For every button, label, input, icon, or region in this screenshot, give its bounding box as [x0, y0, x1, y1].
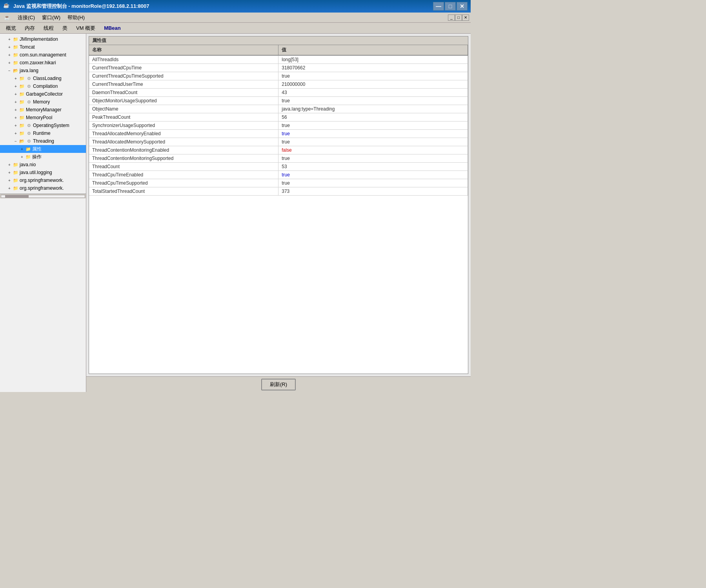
prop-name: ThreadContentionMonitoringEnabled — [89, 146, 278, 154]
table-row[interactable]: ThreadContentionMonitoringEnabledfalse — [89, 146, 468, 154]
table-row[interactable]: CurrentThreadCpuTimeSupportedtrue — [89, 72, 468, 80]
tab-mbean[interactable]: MBean — [100, 24, 125, 33]
expand-orgspring2[interactable]: + — [6, 185, 13, 191]
tree-item-attr[interactable]: + 📁 属性 — [0, 145, 86, 153]
expand-javanio[interactable]: + — [6, 162, 13, 168]
expand-ops[interactable]: + — [19, 154, 25, 160]
table-row[interactable]: AllThreadIdslong[53] — [89, 55, 468, 64]
refresh-button[interactable]: 刷新(R) — [261, 379, 296, 390]
tb-min-btn[interactable]: _ — [448, 15, 455, 21]
tree-item-javautillog[interactable]: + 📁 java.util.logging — [0, 169, 86, 176]
tb-close-btn[interactable]: ✕ — [462, 15, 469, 21]
tree-item-os[interactable]: + 📁 ⚙ OperatingSystem — [0, 122, 86, 129]
tree-scrollbar[interactable] — [0, 194, 86, 198]
tree-item-jmimpl[interactable]: + 📁 JMImplementation — [0, 35, 86, 43]
expand-threading[interactable]: − — [13, 138, 19, 144]
table-row[interactable]: DaemonThreadCount43 — [89, 89, 468, 97]
expand-os[interactable]: + — [13, 122, 19, 129]
tb-max-btn[interactable]: □ — [455, 15, 462, 21]
tree-item-memorypool[interactable]: + 📁 MemoryPool — [0, 114, 86, 122]
menu-window[interactable]: 窗口(W) — [38, 13, 64, 22]
expand-orgspring1[interactable]: + — [6, 177, 13, 183]
tab-memory[interactable]: 内存 — [20, 24, 39, 33]
menu-help[interactable]: 帮助(H) — [64, 13, 88, 22]
tree-item-comzaxxer[interactable]: + 📁 com.zaxxer.hikari — [0, 59, 86, 67]
bottom-bar: 刷新(R) — [86, 376, 471, 392]
tree-item-threading[interactable]: − 📂 ⚙ Threading — [0, 137, 86, 145]
expand-memory[interactable]: + — [13, 99, 19, 105]
expand-attr[interactable]: + — [19, 146, 25, 152]
toolbar-extra-buttons: _ □ ✕ — [448, 15, 469, 21]
tree-label-runtime: Runtime — [33, 131, 51, 136]
tree-item-orgspring2[interactable]: + 📁 org.springframework. — [0, 184, 86, 192]
menu-connect[interactable]: 连接(C) — [14, 13, 38, 22]
tab-overview[interactable]: 概览 — [2, 24, 20, 33]
tree-item-memory[interactable]: + 📁 ⚙ Memory — [0, 98, 86, 106]
close-button[interactable]: ✕ — [457, 2, 468, 11]
table-row[interactable]: ThreadContentionMonitoringSupportedtrue — [89, 154, 468, 163]
folder-icon-javautillog: 📁 — [13, 169, 19, 176]
table-row[interactable]: SynchronizerUsageSupportedtrue — [89, 122, 468, 130]
tab-threads[interactable]: 线程 — [39, 24, 58, 33]
table-row[interactable]: ThreadAllocatedMemoryEnabledtrue — [89, 130, 468, 138]
expand-memorypool[interactable]: + — [13, 114, 19, 121]
expand-compilation[interactable]: + — [13, 83, 19, 89]
tree-item-ops[interactable]: + 📁 操作 — [0, 153, 86, 161]
prop-name: CurrentThreadUserTime — [89, 80, 278, 89]
tree-label-javautillog: java.util.logging — [20, 170, 52, 175]
col-header-value: 值 — [278, 45, 468, 55]
table-row[interactable]: TotalStartedThreadCount373 — [89, 187, 468, 196]
tree-item-tomcat[interactable]: + 📁 Tomcat — [0, 43, 86, 51]
scrollbar-track[interactable] — [1, 195, 85, 198]
tree-item-runtime[interactable]: + 📁 ⚙ Runtime — [0, 129, 86, 137]
window-title: Java 监视和管理控制台 - monitorRole@192.168.2.11… — [13, 3, 433, 10]
tree-item-orgspring1[interactable]: + 📁 org.springframework. — [0, 176, 86, 184]
expand-gc[interactable]: + — [13, 91, 19, 97]
tree-label-memorypool: MemoryPool — [26, 115, 52, 120]
table-row[interactable]: ObjectNamejava.lang:type=Threading — [89, 105, 468, 113]
prop-value: 43 — [278, 89, 468, 97]
tab-vm-summary[interactable]: VM 概要 — [72, 24, 100, 33]
expand-comzaxxer[interactable]: + — [6, 60, 13, 66]
table-row[interactable]: ThreadCpuTimeEnabledtrue — [89, 171, 468, 179]
tree-item-classloading[interactable]: + 📁 ⚙ ClassLoading — [0, 74, 86, 82]
left-panel: + 📁 JMImplementation + 📁 Tomcat + 📁 com.… — [0, 34, 86, 392]
maximize-button[interactable]: □ — [445, 2, 456, 11]
tree-item-javanio[interactable]: + 📁 java.nio — [0, 161, 86, 169]
tree-item-javalang[interactable]: − 📂 java.lang — [0, 67, 86, 74]
expand-comsun[interactable]: + — [6, 52, 13, 58]
mbean-tree: + 📁 JMImplementation + 📁 Tomcat + 📁 com.… — [0, 34, 86, 194]
tab-classes[interactable]: 类 — [58, 24, 72, 33]
tree-label-memory: Memory — [33, 99, 50, 105]
tree-item-comsun[interactable]: + 📁 com.sun.management — [0, 51, 86, 59]
table-row[interactable]: CurrentThreadCpuTime318070662 — [89, 64, 468, 72]
tree-label-orgspring2: org.springframework. — [20, 185, 64, 191]
prop-name: AllThreadIds — [89, 55, 278, 64]
window-controls[interactable]: — □ ✕ — [433, 2, 468, 11]
minimize-button[interactable]: — — [433, 2, 444, 11]
prop-name: ObjectName — [89, 105, 278, 113]
folder-icon-gc: 📁 — [19, 91, 25, 97]
table-row[interactable]: PeakThreadCount56 — [89, 113, 468, 122]
table-row[interactable]: ThreadCpuTimeSupportedtrue — [89, 179, 468, 187]
tree-item-memorymgr[interactable]: + 📁 MemoryManager — [0, 106, 86, 114]
table-row[interactable]: CurrentThreadUserTime210000000 — [89, 80, 468, 89]
expand-javautillog[interactable]: + — [6, 169, 13, 176]
expand-runtime[interactable]: + — [13, 130, 19, 136]
expand-jmimpl[interactable]: + — [6, 36, 13, 42]
tree-label-comsun: com.sun.management — [20, 52, 66, 58]
expand-javalang[interactable]: − — [6, 67, 13, 74]
tree-item-compilation[interactable]: + 📁 ⚙ Compilation — [0, 82, 86, 90]
table-row[interactable]: ThreadAllocatedMemorySupportedtrue — [89, 138, 468, 146]
expand-tomcat[interactable]: + — [6, 44, 13, 50]
prop-name: ThreadCount — [89, 163, 278, 171]
scrollbar-thumb[interactable] — [5, 195, 29, 198]
table-row[interactable]: ObjectMonitorUsageSupportedtrue — [89, 97, 468, 105]
expand-memorymgr[interactable]: + — [13, 107, 19, 113]
table-row[interactable]: ThreadCount53 — [89, 163, 468, 171]
prop-name: ThreadCpuTimeEnabled — [89, 171, 278, 179]
expand-classloading[interactable]: + — [13, 75, 19, 82]
tree-item-gc[interactable]: + 📁 GarbageCollector — [0, 90, 86, 98]
app-icon: ☕ — [3, 2, 11, 10]
tree-label-compilation: Compilation — [33, 83, 58, 89]
